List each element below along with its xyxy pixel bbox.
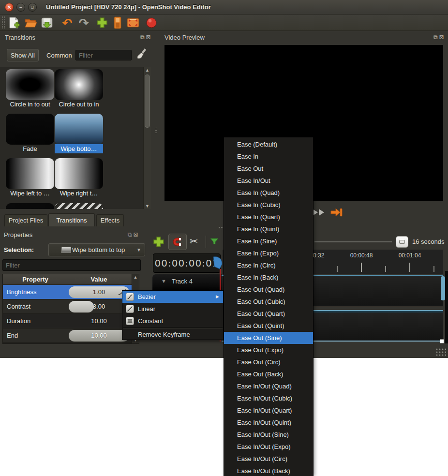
menu-item-ease-out-expo[interactable]: Ease Out (Expo) xyxy=(224,344,313,356)
transition-label[interactable]: Circle in to out xyxy=(6,100,54,109)
close-panel-icon[interactable]: ⊠ xyxy=(146,34,152,41)
window-maximize-button[interactable]: ◻ xyxy=(28,3,37,12)
float-panel-icon[interactable]: ⧉ xyxy=(433,34,439,41)
timeline-vertical-scrollbar-thumb[interactable] xyxy=(441,276,445,300)
window-resize-grip[interactable] xyxy=(435,348,446,357)
fullscreen-button[interactable] xyxy=(126,15,140,30)
transitions-scrollbar[interactable]: ▲ ▼ xyxy=(143,67,151,209)
float-panel-icon[interactable]: ⧉ xyxy=(128,231,134,238)
menu-item-ease-in-quart[interactable]: Ease In (Quart) xyxy=(224,211,313,223)
property-row-end[interactable]: End 10.00 xyxy=(3,328,139,343)
menu-item-ease-out-circ[interactable]: Ease Out (Circ) xyxy=(224,356,313,368)
menu-item-ease-in-out[interactable]: Ease In/Out xyxy=(224,175,313,187)
menu-item-ease-in-out-quad[interactable]: Ease In/Out (Quad) xyxy=(224,380,313,392)
property-row-duration[interactable]: Duration 10.00 xyxy=(3,314,139,328)
import-files-button[interactable] xyxy=(95,15,109,30)
scroll-up-icon[interactable]: ▲ xyxy=(132,274,139,281)
choose-profile-button[interactable] xyxy=(110,15,125,30)
property-value-cell[interactable]: 3.00 xyxy=(68,299,130,314)
transitions-filter-input[interactable] xyxy=(75,50,132,60)
menu-item-ease-in-out-sine[interactable]: Ease In/Out (Sine) xyxy=(224,429,313,441)
clip-resize-handle[interactable] xyxy=(440,339,444,343)
common-filter-label[interactable]: Common xyxy=(46,52,72,59)
menu-item-ease-in-out-circ[interactable]: Ease In/Out (Circ) xyxy=(224,453,313,465)
menu-item-ease-out[interactable]: Ease Out xyxy=(224,163,313,175)
close-panel-icon[interactable]: ⊠ xyxy=(439,34,446,41)
menu-item-ease-in-quad[interactable]: Ease In (Quad) xyxy=(224,187,313,199)
property-value-cell[interactable]: 10.00 xyxy=(68,314,130,328)
menu-item-ease-default[interactable]: Ease (Default) xyxy=(224,138,313,150)
open-project-button[interactable] xyxy=(23,15,38,30)
redo-button[interactable]: ↷ xyxy=(76,15,91,30)
transition-thumb-fade[interactable] xyxy=(6,114,54,145)
close-panel-icon[interactable]: ⊠ xyxy=(134,231,140,238)
transition-label[interactable]: Wipe right t… xyxy=(55,189,103,198)
menu-item-ease-in-out-back[interactable]: Ease In/Out (Back) xyxy=(224,465,313,476)
track-header[interactable]: ▼ Track 4 xyxy=(152,274,223,290)
show-all-button[interactable]: Show All xyxy=(7,49,39,61)
snapping-toggle-button[interactable] xyxy=(168,234,187,250)
panel-splitter-handle[interactable] xyxy=(155,127,157,134)
column-header-property[interactable]: Property xyxy=(3,274,68,285)
menu-item-ease-out-quad[interactable]: Ease Out (Quad) xyxy=(224,283,313,296)
menu-item-ease-in-out-quart[interactable]: Ease In/Out (Quart) xyxy=(224,404,313,416)
menu-item-ease-in-quint[interactable]: Ease In (Quint) xyxy=(224,223,313,235)
menu-item-ease-in-out-cubic[interactable]: Ease In/Out (Cubic) xyxy=(224,392,313,404)
tab-transitions[interactable]: Transitions xyxy=(48,213,95,226)
transition-label[interactable]: Fade xyxy=(6,144,54,153)
transition-thumb-wipe-left[interactable] xyxy=(6,158,54,189)
scrollbar-thumb[interactable] xyxy=(145,74,150,128)
property-value-cell[interactable]: 10.00 xyxy=(68,328,130,343)
scroll-down-icon[interactable]: ▼ xyxy=(144,203,151,209)
toolbar-drag-handle[interactable] xyxy=(1,16,5,29)
add-marker-button[interactable] xyxy=(209,238,219,247)
property-value-cell[interactable]: 1.00 xyxy=(68,285,130,299)
track-collapse-chevron-icon[interactable]: ▼ xyxy=(161,278,166,284)
menu-item-ease-in-back[interactable]: Ease In (Back) xyxy=(224,271,313,283)
transition-thumb-wipe-right[interactable] xyxy=(55,158,103,189)
jump-to-end-button[interactable] xyxy=(330,207,343,220)
menu-item-ease-in-sine[interactable]: Ease In (Sine) xyxy=(224,235,313,247)
menu-item-ease-out-cubic[interactable]: Ease Out (Cubic) xyxy=(224,296,313,308)
transition-label[interactable]: Circle out to in xyxy=(55,100,103,109)
column-header-value[interactable]: Value xyxy=(68,274,130,285)
save-project-button[interactable] xyxy=(40,15,54,30)
clear-filter-button[interactable] xyxy=(135,47,147,62)
menu-item-ease-in-expo[interactable]: Ease In (Expo) xyxy=(224,247,313,259)
undo-button[interactable]: ↶ xyxy=(60,15,75,30)
menu-item-bezier[interactable]: Bezier ▶ xyxy=(122,291,223,303)
window-minimize-button[interactable]: − xyxy=(16,3,25,12)
transition-thumb-circle-out-to-in[interactable] xyxy=(55,69,103,100)
add-track-button[interactable] xyxy=(152,236,165,250)
menu-item-ease-in[interactable]: Ease In xyxy=(224,150,313,163)
properties-filter-input[interactable] xyxy=(2,259,141,271)
menu-item-ease-in-out-quint[interactable]: Ease In/Out (Quint) xyxy=(224,416,313,429)
transition-thumb-wipe-bottom-selected[interactable] xyxy=(55,114,103,145)
zoom-fit-button[interactable] xyxy=(396,236,408,248)
transition-label-selected[interactable]: Wipe botto… xyxy=(55,144,103,153)
float-panel-icon[interactable]: ⧉ xyxy=(140,34,146,41)
transition-thumb-partial-stripes[interactable] xyxy=(55,203,103,209)
menu-item-ease-out-back[interactable]: Ease Out (Back) xyxy=(224,368,313,380)
playhead-marker[interactable] xyxy=(212,256,224,270)
new-project-button[interactable] xyxy=(7,15,21,30)
transition-thumb-partial[interactable] xyxy=(6,203,54,209)
menu-item-ease-out-sine[interactable]: Ease Out (Sine) xyxy=(224,332,313,344)
window-close-button[interactable]: ✕ xyxy=(5,3,14,12)
menu-item-constant[interactable]: Constant xyxy=(122,315,223,327)
tab-project-files[interactable]: Project Files xyxy=(4,214,47,226)
scroll-up-icon[interactable]: ▲ xyxy=(144,67,151,74)
transition-label[interactable]: Wipe left to … xyxy=(6,189,54,198)
menu-item-ease-in-cubic[interactable]: Ease In (Cubic) xyxy=(224,199,313,211)
export-video-button[interactable] xyxy=(144,15,159,30)
selection-dropdown[interactable]: Wipe bottom to top ▼ xyxy=(48,243,145,256)
razor-tool-button[interactable]: ✂ xyxy=(190,236,198,247)
property-row-brightness[interactable]: Brightness 1.00 xyxy=(3,285,139,299)
menu-item-ease-out-quart[interactable]: Ease Out (Quart) xyxy=(224,308,313,320)
menu-item-ease-in-circ[interactable]: Ease In (Circ) xyxy=(224,259,313,271)
fast-forward-button[interactable] xyxy=(312,208,326,219)
zoom-slider[interactable] xyxy=(314,241,392,242)
property-row-contrast[interactable]: Contrast 3.00 xyxy=(3,299,139,314)
menu-item-ease-out-quint[interactable]: Ease Out (Quint) xyxy=(224,320,313,332)
menu-item-remove-keyframe[interactable]: Remove Keyframe xyxy=(122,328,223,341)
